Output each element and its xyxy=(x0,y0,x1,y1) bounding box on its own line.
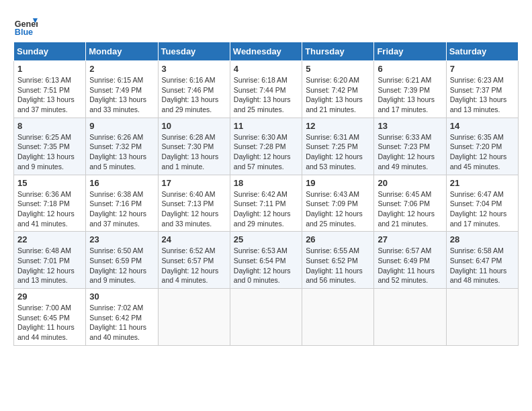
day-number: 18 xyxy=(234,178,298,188)
day-number: 15 xyxy=(17,178,82,188)
day-info: Sunrise: 6:20 AMSunset: 7:42 PMDaylight:… xyxy=(306,75,370,115)
day-info: Sunrise: 6:30 AMSunset: 7:28 PMDaylight:… xyxy=(234,132,298,172)
day-info: Sunrise: 6:42 AMSunset: 7:11 PMDaylight:… xyxy=(234,189,298,229)
weekday-header-monday: Monday xyxy=(86,42,158,61)
weekday-header-friday: Friday xyxy=(374,42,446,61)
day-info: Sunrise: 6:26 AMSunset: 7:32 PMDaylight:… xyxy=(89,132,154,172)
day-info: Sunrise: 6:48 AMSunset: 7:01 PMDaylight:… xyxy=(17,246,82,285)
day-info: Sunrise: 6:15 AMSunset: 7:49 PMDaylight:… xyxy=(89,75,154,115)
calendar-cell: 22Sunrise: 6:48 AMSunset: 7:01 PMDayligh… xyxy=(14,232,86,289)
weekday-header-row: SundayMondayTuesdayWednesdayThursdayFrid… xyxy=(14,42,519,61)
weekday-header-tuesday: Tuesday xyxy=(158,42,230,61)
day-number: 26 xyxy=(306,234,370,244)
day-number: 4 xyxy=(234,64,298,74)
day-info: Sunrise: 6:52 AMSunset: 6:57 PMDaylight:… xyxy=(162,246,226,285)
page-header: General Blue xyxy=(13,13,519,38)
weekday-header-saturday: Saturday xyxy=(446,42,518,61)
day-info: Sunrise: 6:21 AMSunset: 7:39 PMDaylight:… xyxy=(378,75,442,115)
day-info: Sunrise: 7:00 AMSunset: 6:45 PMDaylight:… xyxy=(17,303,82,342)
calendar-cell: 5Sunrise: 6:20 AMSunset: 7:42 PMDaylight… xyxy=(302,61,374,118)
calendar-cell: 16Sunrise: 6:38 AMSunset: 7:16 PMDayligh… xyxy=(86,175,158,232)
calendar-cell: 29Sunrise: 7:00 AMSunset: 6:45 PMDayligh… xyxy=(14,289,86,346)
calendar-cell: 1Sunrise: 6:13 AMSunset: 7:51 PMDaylight… xyxy=(14,61,86,118)
day-info: Sunrise: 6:13 AMSunset: 7:51 PMDaylight:… xyxy=(17,75,82,115)
calendar-cell: 12Sunrise: 6:31 AMSunset: 7:25 PMDayligh… xyxy=(302,118,374,175)
day-number: 27 xyxy=(378,234,442,244)
day-number: 3 xyxy=(162,64,226,74)
calendar-cell: 17Sunrise: 6:40 AMSunset: 7:13 PMDayligh… xyxy=(158,175,230,232)
calendar-cell: 21Sunrise: 6:47 AMSunset: 7:04 PMDayligh… xyxy=(446,175,518,232)
calendar-cell: 23Sunrise: 6:50 AMSunset: 6:59 PMDayligh… xyxy=(86,232,158,289)
calendar-cell: 15Sunrise: 6:36 AMSunset: 7:18 PMDayligh… xyxy=(14,175,86,232)
calendar-cell xyxy=(302,289,374,346)
day-info: Sunrise: 6:50 AMSunset: 6:59 PMDaylight:… xyxy=(89,246,154,285)
calendar-cell: 19Sunrise: 6:43 AMSunset: 7:09 PMDayligh… xyxy=(302,175,374,232)
day-number: 17 xyxy=(162,178,226,188)
day-number: 9 xyxy=(89,121,154,131)
day-info: Sunrise: 6:57 AMSunset: 6:49 PMDaylight:… xyxy=(378,246,442,285)
day-number: 8 xyxy=(17,121,82,131)
calendar-week-2: 8Sunrise: 6:25 AMSunset: 7:35 PMDaylight… xyxy=(14,118,519,175)
day-number: 2 xyxy=(89,64,154,74)
day-number: 30 xyxy=(89,291,154,302)
calendar-cell: 25Sunrise: 6:53 AMSunset: 6:54 PMDayligh… xyxy=(230,232,302,289)
calendar-cell: 2Sunrise: 6:15 AMSunset: 7:49 PMDaylight… xyxy=(86,61,158,118)
day-number: 19 xyxy=(306,178,370,188)
calendar-cell: 6Sunrise: 6:21 AMSunset: 7:39 PMDaylight… xyxy=(374,61,446,118)
day-number: 13 xyxy=(378,121,442,131)
calendar-cell xyxy=(446,289,518,346)
day-info: Sunrise: 6:43 AMSunset: 7:09 PMDaylight:… xyxy=(306,189,370,229)
calendar-week-5: 29Sunrise: 7:00 AMSunset: 6:45 PMDayligh… xyxy=(14,289,519,346)
day-info: Sunrise: 6:25 AMSunset: 7:35 PMDaylight:… xyxy=(17,132,82,172)
day-info: Sunrise: 7:02 AMSunset: 6:42 PMDaylight:… xyxy=(89,303,154,342)
calendar-table: SundayMondayTuesdayWednesdayThursdayFrid… xyxy=(13,42,519,346)
day-number: 10 xyxy=(162,121,226,131)
calendar-cell: 20Sunrise: 6:45 AMSunset: 7:06 PMDayligh… xyxy=(374,175,446,232)
calendar-week-4: 22Sunrise: 6:48 AMSunset: 7:01 PMDayligh… xyxy=(14,232,519,289)
day-info: Sunrise: 6:23 AMSunset: 7:37 PMDaylight:… xyxy=(450,75,515,115)
day-info: Sunrise: 6:16 AMSunset: 7:46 PMDaylight:… xyxy=(162,75,226,115)
day-number: 16 xyxy=(89,178,154,188)
day-number: 12 xyxy=(306,121,370,131)
day-number: 29 xyxy=(17,291,82,302)
day-number: 6 xyxy=(378,64,442,74)
day-info: Sunrise: 6:28 AMSunset: 7:30 PMDaylight:… xyxy=(162,132,226,172)
weekday-header-wednesday: Wednesday xyxy=(230,42,302,61)
day-info: Sunrise: 6:36 AMSunset: 7:18 PMDaylight:… xyxy=(17,189,82,229)
day-info: Sunrise: 6:47 AMSunset: 7:04 PMDaylight:… xyxy=(450,189,515,229)
calendar-cell xyxy=(374,289,446,346)
day-number: 22 xyxy=(17,234,82,244)
day-number: 7 xyxy=(450,64,515,74)
weekday-header-thursday: Thursday xyxy=(302,42,374,61)
calendar-cell: 27Sunrise: 6:57 AMSunset: 6:49 PMDayligh… xyxy=(374,232,446,289)
day-number: 25 xyxy=(234,234,298,244)
calendar-cell: 3Sunrise: 6:16 AMSunset: 7:46 PMDaylight… xyxy=(158,61,230,118)
logo-icon: General Blue xyxy=(13,13,38,38)
weekday-header-sunday: Sunday xyxy=(14,42,86,61)
day-info: Sunrise: 6:38 AMSunset: 7:16 PMDaylight:… xyxy=(89,189,154,229)
day-number: 21 xyxy=(450,178,515,188)
day-number: 20 xyxy=(378,178,442,188)
calendar-cell: 4Sunrise: 6:18 AMSunset: 7:44 PMDaylight… xyxy=(230,61,302,118)
svg-text:Blue: Blue xyxy=(15,28,33,37)
calendar-cell: 13Sunrise: 6:33 AMSunset: 7:23 PMDayligh… xyxy=(374,118,446,175)
calendar-cell: 10Sunrise: 6:28 AMSunset: 7:30 PMDayligh… xyxy=(158,118,230,175)
calendar-cell: 11Sunrise: 6:30 AMSunset: 7:28 PMDayligh… xyxy=(230,118,302,175)
calendar-body: 1Sunrise: 6:13 AMSunset: 7:51 PMDaylight… xyxy=(14,61,519,346)
calendar-cell xyxy=(230,289,302,346)
day-info: Sunrise: 6:40 AMSunset: 7:13 PMDaylight:… xyxy=(162,189,226,229)
calendar-cell: 14Sunrise: 6:35 AMSunset: 7:20 PMDayligh… xyxy=(446,118,518,175)
day-number: 24 xyxy=(162,234,226,244)
day-number: 1 xyxy=(17,64,82,74)
calendar-week-3: 15Sunrise: 6:36 AMSunset: 7:18 PMDayligh… xyxy=(14,175,519,232)
day-info: Sunrise: 6:45 AMSunset: 7:06 PMDaylight:… xyxy=(378,189,442,229)
day-number: 11 xyxy=(234,121,298,131)
calendar-week-1: 1Sunrise: 6:13 AMSunset: 7:51 PMDaylight… xyxy=(14,61,519,118)
day-info: Sunrise: 6:58 AMSunset: 6:47 PMDaylight:… xyxy=(450,246,515,285)
day-number: 5 xyxy=(306,64,370,74)
calendar-cell: 7Sunrise: 6:23 AMSunset: 7:37 PMDaylight… xyxy=(446,61,518,118)
day-info: Sunrise: 6:35 AMSunset: 7:20 PMDaylight:… xyxy=(450,132,515,172)
day-number: 14 xyxy=(450,121,515,131)
calendar-cell: 26Sunrise: 6:55 AMSunset: 6:52 PMDayligh… xyxy=(302,232,374,289)
calendar-cell: 24Sunrise: 6:52 AMSunset: 6:57 PMDayligh… xyxy=(158,232,230,289)
